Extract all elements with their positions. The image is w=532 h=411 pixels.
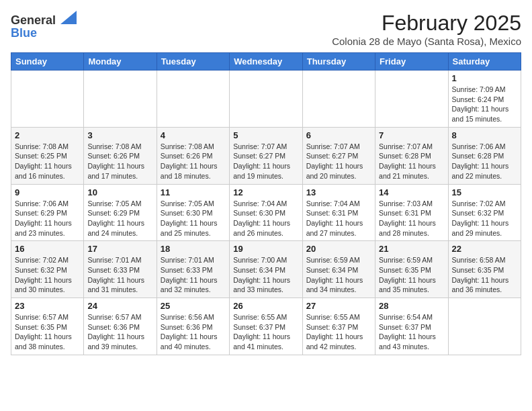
calendar-body: 1Sunrise: 7:09 AMSunset: 6:24 PMDaylight… bbox=[11, 71, 521, 355]
day-number: 3 bbox=[87, 130, 152, 140]
day-cell: 11Sunrise: 7:05 AMSunset: 6:30 PMDayligh… bbox=[157, 184, 229, 241]
day-info: Sunrise: 7:07 AMSunset: 6:27 PMDaylight:… bbox=[306, 142, 371, 181]
day-info: Sunrise: 7:09 AMSunset: 6:24 PMDaylight:… bbox=[452, 85, 517, 124]
weekday-header-row: SundayMondayTuesdayWednesdayThursdayFrid… bbox=[11, 53, 521, 71]
day-number: 15 bbox=[452, 187, 517, 197]
day-number: 6 bbox=[306, 130, 371, 140]
day-info: Sunrise: 7:05 AMSunset: 6:30 PMDaylight:… bbox=[161, 199, 226, 238]
day-cell: 14Sunrise: 7:03 AMSunset: 6:31 PMDayligh… bbox=[375, 184, 448, 241]
day-cell: 23Sunrise: 6:57 AMSunset: 6:35 PMDayligh… bbox=[11, 298, 84, 355]
day-number: 5 bbox=[233, 130, 298, 140]
weekday-sunday: Sunday bbox=[11, 53, 84, 71]
calendar-table: SundayMondayTuesdayWednesdayThursdayFrid… bbox=[11, 52, 521, 355]
day-cell: 21Sunrise: 6:59 AMSunset: 6:35 PMDayligh… bbox=[375, 241, 448, 298]
day-cell: 4Sunrise: 7:08 AMSunset: 6:26 PMDaylight… bbox=[157, 127, 229, 184]
day-cell: 9Sunrise: 7:06 AMSunset: 6:29 PMDaylight… bbox=[11, 184, 84, 241]
day-number: 23 bbox=[15, 301, 80, 311]
page-header: General Blue February 2025 Colonia 28 de… bbox=[11, 11, 521, 47]
day-number: 27 bbox=[306, 301, 371, 311]
title-block: February 2025 Colonia 28 de Mayo (Santa … bbox=[332, 11, 521, 47]
day-cell: 25Sunrise: 6:56 AMSunset: 6:36 PMDayligh… bbox=[157, 298, 229, 355]
day-info: Sunrise: 7:07 AMSunset: 6:27 PMDaylight:… bbox=[233, 142, 298, 181]
day-cell: 17Sunrise: 7:01 AMSunset: 6:33 PMDayligh… bbox=[84, 241, 157, 298]
day-cell: 18Sunrise: 7:01 AMSunset: 6:33 PMDayligh… bbox=[157, 241, 229, 298]
day-info: Sunrise: 6:56 AMSunset: 6:36 PMDaylight:… bbox=[161, 312, 226, 352]
day-cell bbox=[157, 71, 229, 128]
day-cell: 26Sunrise: 6:55 AMSunset: 6:37 PMDayligh… bbox=[230, 298, 302, 355]
day-number: 19 bbox=[233, 244, 298, 254]
day-number: 11 bbox=[161, 187, 226, 197]
weekday-monday: Monday bbox=[84, 53, 157, 71]
week-row-3: 16Sunrise: 7:02 AMSunset: 6:32 PMDayligh… bbox=[11, 241, 521, 298]
day-number: 17 bbox=[87, 244, 152, 254]
day-cell: 16Sunrise: 7:02 AMSunset: 6:32 PMDayligh… bbox=[11, 241, 84, 298]
day-info: Sunrise: 7:01 AMSunset: 6:33 PMDaylight:… bbox=[87, 255, 152, 295]
day-info: Sunrise: 7:04 AMSunset: 6:30 PMDaylight:… bbox=[233, 199, 298, 238]
day-number: 14 bbox=[379, 187, 444, 197]
day-number: 22 bbox=[452, 244, 517, 254]
day-info: Sunrise: 7:02 AMSunset: 6:32 PMDaylight:… bbox=[15, 255, 80, 295]
day-number: 24 bbox=[87, 301, 152, 311]
day-cell: 2Sunrise: 7:08 AMSunset: 6:25 PMDaylight… bbox=[11, 127, 84, 184]
day-info: Sunrise: 6:58 AMSunset: 6:35 PMDaylight:… bbox=[452, 255, 517, 295]
day-cell: 13Sunrise: 7:04 AMSunset: 6:31 PMDayligh… bbox=[302, 184, 375, 241]
day-info: Sunrise: 7:00 AMSunset: 6:34 PMDaylight:… bbox=[233, 255, 298, 295]
logo: General Blue bbox=[11, 11, 77, 40]
day-cell: 3Sunrise: 7:08 AMSunset: 6:26 PMDaylight… bbox=[84, 127, 157, 184]
day-number: 9 bbox=[15, 187, 80, 197]
day-info: Sunrise: 6:55 AMSunset: 6:37 PMDaylight:… bbox=[306, 312, 371, 352]
day-info: Sunrise: 7:06 AMSunset: 6:28 PMDaylight:… bbox=[452, 142, 517, 181]
day-info: Sunrise: 7:05 AMSunset: 6:29 PMDaylight:… bbox=[87, 199, 152, 238]
day-number: 28 bbox=[379, 301, 444, 311]
day-number: 25 bbox=[161, 301, 226, 311]
day-cell bbox=[11, 71, 84, 128]
day-info: Sunrise: 7:08 AMSunset: 6:26 PMDaylight:… bbox=[87, 142, 152, 181]
day-cell bbox=[84, 71, 157, 128]
day-number: 13 bbox=[306, 187, 371, 197]
day-info: Sunrise: 7:02 AMSunset: 6:32 PMDaylight:… bbox=[452, 199, 517, 238]
day-cell bbox=[375, 71, 448, 128]
weekday-friday: Friday bbox=[375, 53, 448, 71]
day-info: Sunrise: 7:03 AMSunset: 6:31 PMDaylight:… bbox=[379, 199, 444, 238]
day-cell: 8Sunrise: 7:06 AMSunset: 6:28 PMDaylight… bbox=[448, 127, 521, 184]
weekday-saturday: Saturday bbox=[448, 53, 521, 71]
day-number: 7 bbox=[379, 130, 444, 140]
day-cell: 20Sunrise: 6:59 AMSunset: 6:34 PMDayligh… bbox=[302, 241, 375, 298]
day-cell bbox=[230, 71, 302, 128]
day-cell: 27Sunrise: 6:55 AMSunset: 6:37 PMDayligh… bbox=[302, 298, 375, 355]
day-cell: 1Sunrise: 7:09 AMSunset: 6:24 PMDaylight… bbox=[448, 71, 521, 128]
svg-marker-0 bbox=[60, 11, 77, 24]
day-cell: 19Sunrise: 7:00 AMSunset: 6:34 PMDayligh… bbox=[230, 241, 302, 298]
week-row-1: 2Sunrise: 7:08 AMSunset: 6:25 PMDaylight… bbox=[11, 127, 521, 184]
calendar-header: SundayMondayTuesdayWednesdayThursdayFrid… bbox=[11, 53, 521, 71]
logo-blue-text: Blue bbox=[11, 26, 37, 40]
day-info: Sunrise: 7:08 AMSunset: 6:26 PMDaylight:… bbox=[161, 142, 226, 181]
week-row-0: 1Sunrise: 7:09 AMSunset: 6:24 PMDaylight… bbox=[11, 71, 521, 128]
day-number: 2 bbox=[15, 130, 80, 140]
day-cell bbox=[302, 71, 375, 128]
day-info: Sunrise: 6:59 AMSunset: 6:35 PMDaylight:… bbox=[379, 255, 444, 295]
day-number: 8 bbox=[452, 130, 517, 140]
day-cell: 10Sunrise: 7:05 AMSunset: 6:29 PMDayligh… bbox=[84, 184, 157, 241]
day-info: Sunrise: 6:54 AMSunset: 6:37 PMDaylight:… bbox=[379, 312, 444, 352]
day-info: Sunrise: 6:55 AMSunset: 6:37 PMDaylight:… bbox=[233, 312, 298, 352]
day-cell: 22Sunrise: 6:58 AMSunset: 6:35 PMDayligh… bbox=[448, 241, 521, 298]
day-number: 16 bbox=[15, 244, 80, 254]
day-number: 4 bbox=[161, 130, 226, 140]
logo-icon bbox=[60, 11, 77, 24]
main-title: February 2025 bbox=[332, 11, 521, 36]
day-number: 1 bbox=[452, 73, 517, 83]
weekday-wednesday: Wednesday bbox=[230, 53, 302, 71]
subtitle: Colonia 28 de Mayo (Santa Rosa), Mexico bbox=[332, 36, 521, 47]
day-cell: 24Sunrise: 6:57 AMSunset: 6:36 PMDayligh… bbox=[84, 298, 157, 355]
day-info: Sunrise: 6:59 AMSunset: 6:34 PMDaylight:… bbox=[306, 255, 371, 295]
day-cell: 12Sunrise: 7:04 AMSunset: 6:30 PMDayligh… bbox=[230, 184, 302, 241]
day-cell bbox=[448, 298, 521, 355]
week-row-2: 9Sunrise: 7:06 AMSunset: 6:29 PMDaylight… bbox=[11, 184, 521, 241]
day-cell: 6Sunrise: 7:07 AMSunset: 6:27 PMDaylight… bbox=[302, 127, 375, 184]
day-info: Sunrise: 7:01 AMSunset: 6:33 PMDaylight:… bbox=[161, 255, 226, 295]
day-number: 10 bbox=[87, 187, 152, 197]
day-cell: 28Sunrise: 6:54 AMSunset: 6:37 PMDayligh… bbox=[375, 298, 448, 355]
logo-general-text: General bbox=[11, 13, 56, 27]
day-number: 21 bbox=[379, 244, 444, 254]
